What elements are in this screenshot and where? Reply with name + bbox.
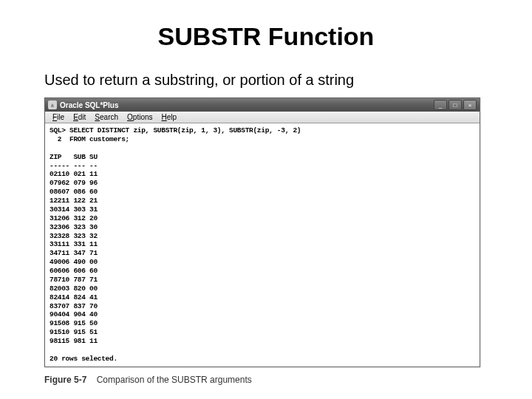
menu-help[interactable]: Help [157,113,182,121]
app-icon: ± [48,100,57,109]
slide-container: SUBSTR Function Used to return a substri… [0,0,532,399]
figure-caption: Figure 5-7 Comparison of the SUBSTR argu… [44,375,495,385]
figure-label: Figure 5-7 [44,375,86,385]
minimize-button[interactable]: _ [434,100,447,110]
menu-edit[interactable]: Edit [69,113,90,121]
slide-title: SUBSTR Function [37,22,495,51]
terminal-output: SQL> SELECT DISTINCT zip, SUBSTR(zip, 1,… [45,123,480,366]
slide-subtitle: Used to return a substring, or portion o… [44,72,495,89]
sqlplus-window: ± Oracle SQL*Plus _ □ × File Edit Search… [44,98,480,367]
menu-options[interactable]: Options [123,113,157,121]
minimize-icon: _ [439,102,442,109]
window-titlebar: ± Oracle SQL*Plus _ □ × [45,98,480,112]
close-button[interactable]: × [463,100,477,110]
figure-text: Comparison of the SUBSTR arguments [97,375,252,385]
menu-search[interactable]: Search [90,113,123,121]
maximize-button[interactable]: □ [449,100,462,110]
window-controls: _ □ × [434,100,477,110]
maximize-icon: □ [454,102,457,109]
menu-file[interactable]: File [48,113,69,121]
app-title: Oracle SQL*Plus [60,101,434,109]
menubar: File Edit Search Options Help [45,112,480,123]
close-icon: × [468,102,472,109]
